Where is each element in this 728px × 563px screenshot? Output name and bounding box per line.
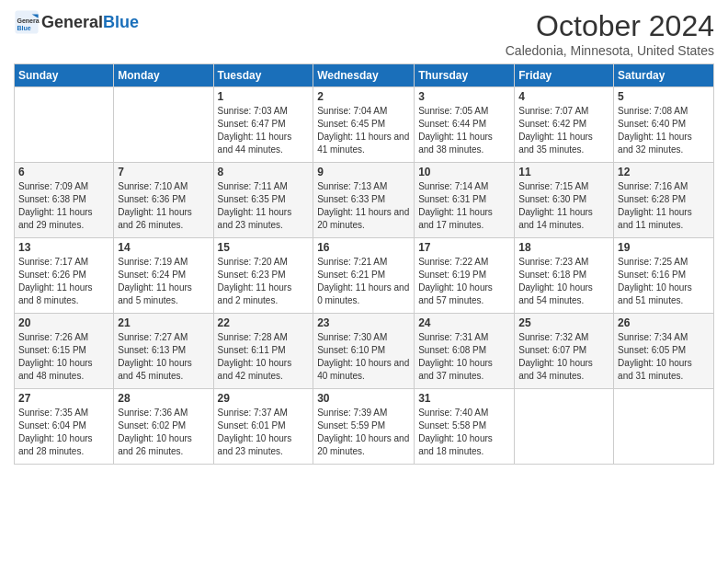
svg-text:General: General: [17, 17, 40, 24]
calendar-day-cell: 5Sunrise: 7:08 AM Sunset: 6:40 PM Daylig…: [614, 87, 714, 163]
header: General Blue GeneralBlue October 2024 Ca…: [14, 9, 714, 58]
day-number: 30: [317, 392, 410, 405]
day-info: Sunrise: 7:04 AM Sunset: 6:45 PM Dayligh…: [317, 105, 410, 156]
calendar-day-cell: 4Sunrise: 7:07 AM Sunset: 6:42 PM Daylig…: [515, 87, 614, 163]
logo-general-text: General: [41, 13, 103, 31]
calendar-day-cell: 30Sunrise: 7:39 AM Sunset: 5:59 PM Dayli…: [313, 389, 415, 465]
calendar-day-cell: 21Sunrise: 7:27 AM Sunset: 6:13 PM Dayli…: [114, 314, 213, 389]
day-info: Sunrise: 7:13 AM Sunset: 6:33 PM Dayligh…: [317, 180, 410, 232]
day-number: 20: [18, 316, 109, 329]
col-thursday: Thursday: [415, 64, 515, 87]
calendar-day-cell: 15Sunrise: 7:20 AM Sunset: 6:23 PM Dayli…: [213, 238, 313, 314]
calendar-day-cell: [614, 389, 714, 465]
day-number: 22: [218, 316, 310, 329]
logo: General Blue GeneralBlue: [14, 9, 139, 35]
month-title: October 2024: [506, 9, 714, 43]
day-info: Sunrise: 7:17 AM Sunset: 6:26 PM Dayligh…: [18, 256, 109, 307]
day-info: Sunrise: 7:15 AM Sunset: 6:30 PM Dayligh…: [518, 180, 609, 232]
calendar-day-cell: 25Sunrise: 7:32 AM Sunset: 6:07 PM Dayli…: [515, 314, 614, 389]
page-container: General Blue GeneralBlue October 2024 Ca…: [0, 0, 728, 469]
col-tuesday: Tuesday: [213, 64, 313, 87]
day-info: Sunrise: 7:20 AM Sunset: 6:23 PM Dayligh…: [218, 256, 310, 307]
day-number: 13: [18, 241, 109, 254]
day-info: Sunrise: 7:32 AM Sunset: 6:07 PM Dayligh…: [518, 331, 609, 383]
day-number: 6: [18, 166, 109, 178]
day-info: Sunrise: 7:28 AM Sunset: 6:11 PM Dayligh…: [218, 331, 310, 383]
calendar-day-cell: 18Sunrise: 7:23 AM Sunset: 6:18 PM Dayli…: [515, 238, 614, 314]
day-number: 25: [518, 316, 609, 329]
calendar-table: Sunday Monday Tuesday Wednesday Thursday…: [14, 63, 714, 465]
day-info: Sunrise: 7:36 AM Sunset: 6:02 PM Dayligh…: [118, 407, 209, 458]
day-number: 23: [317, 316, 410, 329]
calendar-day-cell: 11Sunrise: 7:15 AM Sunset: 6:30 PM Dayli…: [515, 163, 614, 238]
day-info: Sunrise: 7:26 AM Sunset: 6:15 PM Dayligh…: [18, 331, 109, 383]
day-info: Sunrise: 7:31 AM Sunset: 6:08 PM Dayligh…: [418, 331, 510, 383]
location: Caledonia, Minnesota, United States: [506, 43, 714, 58]
calendar-day-cell: 8Sunrise: 7:11 AM Sunset: 6:35 PM Daylig…: [213, 163, 313, 238]
day-info: Sunrise: 7:22 AM Sunset: 6:19 PM Dayligh…: [418, 256, 510, 307]
calendar-day-cell: 24Sunrise: 7:31 AM Sunset: 6:08 PM Dayli…: [415, 314, 515, 389]
day-number: 14: [118, 241, 209, 254]
calendar-header-row: Sunday Monday Tuesday Wednesday Thursday…: [15, 64, 714, 87]
day-info: Sunrise: 7:11 AM Sunset: 6:35 PM Dayligh…: [218, 180, 310, 232]
calendar-day-cell: 16Sunrise: 7:21 AM Sunset: 6:21 PM Dayli…: [313, 238, 415, 314]
day-number: 4: [518, 90, 609, 103]
day-info: Sunrise: 7:10 AM Sunset: 6:36 PM Dayligh…: [118, 180, 209, 232]
day-number: 28: [118, 392, 209, 405]
day-info: Sunrise: 7:16 AM Sunset: 6:28 PM Dayligh…: [618, 180, 710, 232]
col-monday: Monday: [114, 64, 213, 87]
calendar-week-row: 6Sunrise: 7:09 AM Sunset: 6:38 PM Daylig…: [15, 163, 714, 238]
day-info: Sunrise: 7:14 AM Sunset: 6:31 PM Dayligh…: [418, 180, 510, 232]
calendar-day-cell: 12Sunrise: 7:16 AM Sunset: 6:28 PM Dayli…: [614, 163, 714, 238]
calendar-week-row: 13Sunrise: 7:17 AM Sunset: 6:26 PM Dayli…: [15, 238, 714, 314]
day-number: 29: [218, 392, 310, 405]
day-info: Sunrise: 7:23 AM Sunset: 6:18 PM Dayligh…: [518, 256, 609, 307]
day-number: 16: [317, 241, 410, 254]
day-info: Sunrise: 7:35 AM Sunset: 6:04 PM Dayligh…: [18, 407, 109, 458]
calendar-day-cell: 19Sunrise: 7:25 AM Sunset: 6:16 PM Dayli…: [614, 238, 714, 314]
day-info: Sunrise: 7:37 AM Sunset: 6:01 PM Dayligh…: [218, 407, 310, 458]
day-info: Sunrise: 7:07 AM Sunset: 6:42 PM Dayligh…: [518, 105, 609, 156]
day-number: 11: [518, 166, 609, 178]
logo-blue-text: Blue: [103, 13, 139, 31]
day-info: Sunrise: 7:34 AM Sunset: 6:05 PM Dayligh…: [618, 331, 710, 383]
day-number: 7: [118, 166, 209, 178]
calendar-day-cell: [515, 389, 614, 465]
day-number: 8: [218, 166, 310, 178]
day-info: Sunrise: 7:03 AM Sunset: 6:47 PM Dayligh…: [218, 105, 310, 156]
calendar-day-cell: 10Sunrise: 7:14 AM Sunset: 6:31 PM Dayli…: [415, 163, 515, 238]
day-number: 21: [118, 316, 209, 329]
day-info: Sunrise: 7:39 AM Sunset: 5:59 PM Dayligh…: [317, 407, 410, 458]
day-number: 26: [618, 316, 710, 329]
day-number: 27: [18, 392, 109, 405]
day-info: Sunrise: 7:05 AM Sunset: 6:44 PM Dayligh…: [418, 105, 510, 156]
calendar-day-cell: 26Sunrise: 7:34 AM Sunset: 6:05 PM Dayli…: [614, 314, 714, 389]
calendar-day-cell: 3Sunrise: 7:05 AM Sunset: 6:44 PM Daylig…: [415, 87, 515, 163]
day-number: 2: [317, 90, 410, 103]
calendar-day-cell: 7Sunrise: 7:10 AM Sunset: 6:36 PM Daylig…: [114, 163, 213, 238]
calendar-day-cell: 2Sunrise: 7:04 AM Sunset: 6:45 PM Daylig…: [313, 87, 415, 163]
calendar-day-cell: [114, 87, 213, 163]
day-info: Sunrise: 7:40 AM Sunset: 5:58 PM Dayligh…: [418, 407, 510, 458]
calendar-day-cell: [15, 87, 114, 163]
day-number: 9: [317, 166, 410, 178]
svg-text:Blue: Blue: [17, 25, 31, 31]
day-info: Sunrise: 7:08 AM Sunset: 6:40 PM Dayligh…: [618, 105, 710, 156]
title-block: October 2024 Caledonia, Minnesota, Unite…: [506, 9, 714, 58]
col-wednesday: Wednesday: [313, 64, 415, 87]
day-info: Sunrise: 7:27 AM Sunset: 6:13 PM Dayligh…: [118, 331, 209, 383]
day-info: Sunrise: 7:25 AM Sunset: 6:16 PM Dayligh…: [618, 256, 710, 307]
day-info: Sunrise: 7:21 AM Sunset: 6:21 PM Dayligh…: [317, 256, 410, 307]
calendar-week-row: 1Sunrise: 7:03 AM Sunset: 6:47 PM Daylig…: [15, 87, 714, 163]
calendar-day-cell: 20Sunrise: 7:26 AM Sunset: 6:15 PM Dayli…: [15, 314, 114, 389]
logo-icon: General Blue: [14, 9, 40, 35]
calendar-day-cell: 23Sunrise: 7:30 AM Sunset: 6:10 PM Dayli…: [313, 314, 415, 389]
calendar-day-cell: 14Sunrise: 7:19 AM Sunset: 6:24 PM Dayli…: [114, 238, 213, 314]
col-sunday: Sunday: [15, 64, 114, 87]
day-number: 24: [418, 316, 510, 329]
day-number: 19: [618, 241, 710, 254]
day-info: Sunrise: 7:09 AM Sunset: 6:38 PM Dayligh…: [18, 180, 109, 232]
calendar-week-row: 20Sunrise: 7:26 AM Sunset: 6:15 PM Dayli…: [15, 314, 714, 389]
day-number: 15: [218, 241, 310, 254]
day-number: 5: [618, 90, 710, 103]
